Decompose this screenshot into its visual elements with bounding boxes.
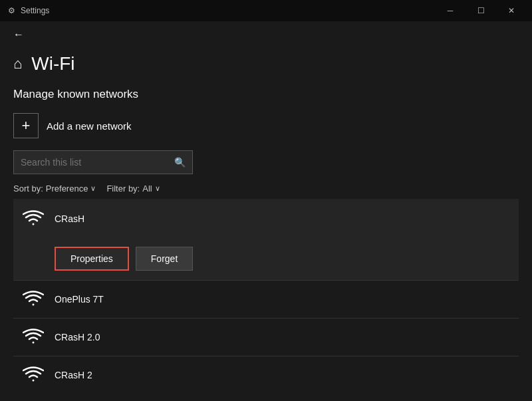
section-heading: Manage known networks: [13, 88, 519, 101]
add-network-row: + Add a new network: [13, 113, 519, 138]
network-list: CRasH Properties Forget OnePlus 7T: [13, 199, 519, 394]
search-box: 🔍: [13, 150, 193, 174]
wifi-icon-crash: [21, 207, 45, 231]
title-bar-text: Settings: [21, 6, 49, 15]
add-network-button[interactable]: +: [13, 113, 39, 138]
title-bar-left: ⚙ Settings: [8, 6, 49, 15]
back-button[interactable]: ←: [11, 26, 27, 43]
add-network-label: Add a new network: [47, 120, 132, 132]
sort-filter-row: Sort by: Preference ∨ Filter by: All ∨: [13, 184, 519, 194]
close-button[interactable]: ✕: [496, 0, 527, 21]
back-row: ←: [0, 21, 532, 48]
sort-chevron-icon: ∨: [90, 184, 96, 193]
properties-button[interactable]: Properties: [55, 247, 129, 271]
forget-button[interactable]: Forget: [136, 247, 193, 271]
network-item-crash2[interactable]: CRasH 2.0: [13, 319, 519, 356]
network-item-crash-top: CRasH: [21, 207, 511, 231]
wifi-icon-crash2b: [21, 363, 45, 387]
main-content: ⌂ Wi-Fi Manage known networks + Add a ne…: [0, 48, 532, 394]
filter-label-text: Filter by:: [106, 184, 140, 194]
filter-value: All: [142, 184, 152, 194]
title-bar: ⚙ Settings ─ ☐ ✕: [0, 0, 532, 21]
sort-dropdown[interactable]: Sort by: Preference ∨: [13, 184, 96, 194]
home-icon: ⌂: [13, 55, 22, 72]
sort-label-text: Sort by:: [13, 184, 43, 194]
search-icon: 🔍: [174, 157, 186, 168]
wifi-icon-oneplus: [21, 287, 45, 311]
network-item-crash[interactable]: CRasH Properties Forget: [13, 199, 519, 280]
network-name-crash2b: CRasH 2: [55, 370, 92, 380]
filter-chevron-icon: ∨: [155, 184, 160, 193]
minimize-button[interactable]: ─: [435, 0, 466, 21]
network-name-oneplus: OnePlus 7T: [55, 294, 104, 305]
wifi-icon-crash2: [21, 325, 45, 349]
network-item-crash2b[interactable]: CRasH 2: [13, 356, 519, 394]
filter-dropdown[interactable]: Filter by: All ∨: [106, 184, 160, 194]
sort-value: Preference: [46, 184, 88, 194]
network-name-crash: CRasH: [55, 213, 84, 224]
page-title: Wi-Fi: [31, 53, 74, 74]
settings-icon: ⚙: [8, 6, 15, 15]
network-crash-actions: Properties Forget: [21, 247, 511, 271]
network-item-oneplus[interactable]: OnePlus 7T: [13, 281, 519, 318]
maximize-button[interactable]: ☐: [466, 0, 496, 21]
page-header: ⌂ Wi-Fi: [13, 48, 519, 88]
network-name-crash2: CRasH 2.0: [55, 332, 100, 342]
search-input[interactable]: [21, 157, 169, 168]
title-bar-controls: ─ ☐ ✕: [435, 0, 527, 21]
